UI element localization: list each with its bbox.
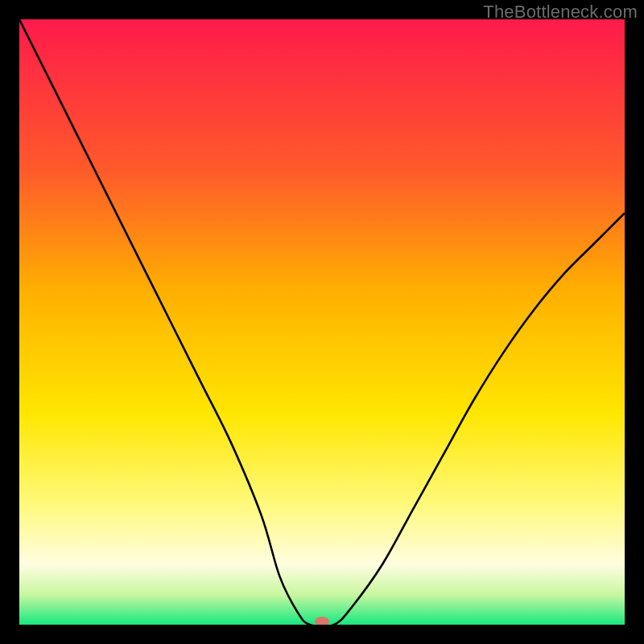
- bottleneck-chart: [19, 19, 625, 625]
- plot-area: [19, 19, 625, 625]
- gradient-background: [19, 19, 625, 625]
- watermark-text: TheBottleneck.com: [483, 2, 638, 23]
- chart-frame: TheBottleneck.com: [0, 0, 644, 644]
